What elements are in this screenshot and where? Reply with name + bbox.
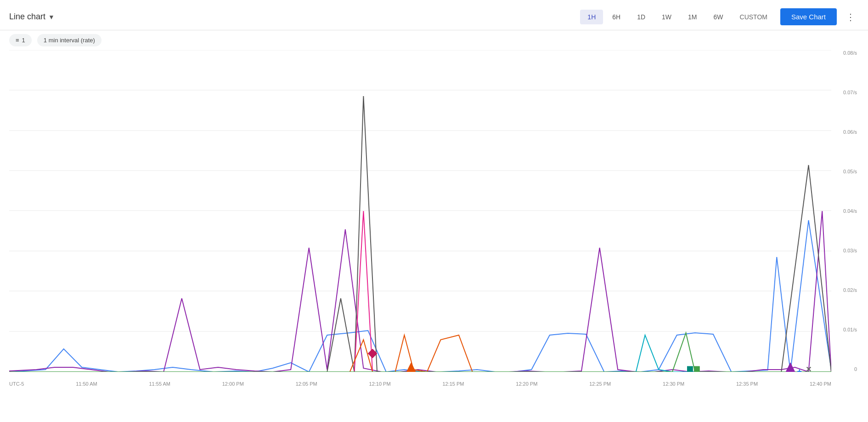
- x-label-1155: 11:55 AM: [149, 381, 170, 387]
- x-label-1200: 12:00 PM: [222, 381, 244, 387]
- x-label-1230: 12:30 PM: [663, 381, 684, 387]
- x-label-1225: 12:25 PM: [589, 381, 611, 387]
- time-btn-1d[interactable]: 1D: [630, 10, 653, 24]
- interval-button[interactable]: 1 min interval (rate): [37, 34, 101, 46]
- save-chart-button[interactable]: Save Chart: [780, 8, 837, 25]
- y-label-001: 0.01/s: [832, 327, 859, 332]
- x-axis: UTC-5 11:50 AM 11:55 AM 12:00 PM 12:05 P…: [9, 378, 831, 395]
- svg-text:+: +: [797, 367, 802, 372]
- y-label-007: 0.07/s: [832, 90, 859, 95]
- chart-svg: + ✕: [9, 50, 831, 372]
- svg-marker-10: [406, 363, 416, 372]
- y-label-008: 0.08/s: [832, 50, 859, 56]
- x-label-1220: 12:20 PM: [516, 381, 537, 387]
- x-label-1205: 12:05 PM: [296, 381, 317, 387]
- filter-count: 1: [22, 37, 25, 44]
- svg-rect-12: [694, 366, 699, 372]
- time-btn-1h[interactable]: 1H: [580, 10, 603, 24]
- time-controls: 1H 6H 1D 1W 1M 6W CUSTOM: [580, 10, 775, 24]
- time-btn-6w[interactable]: 6W: [706, 10, 731, 24]
- time-btn-custom[interactable]: CUSTOM: [733, 10, 775, 24]
- svg-rect-11: [688, 366, 693, 372]
- more-options-button[interactable]: ⋮: [842, 10, 859, 24]
- time-btn-1w[interactable]: 1W: [654, 10, 679, 24]
- chart-container: + ✕ 0 0.01/s 0.02/s 0.03/s 0.04/s 0.05/s…: [9, 50, 859, 395]
- svg-text:✕: ✕: [806, 365, 812, 372]
- y-label-0: 0: [832, 366, 859, 372]
- x-label-1215: 12:15 PM: [442, 381, 464, 387]
- chart-type-selector[interactable]: Line chart ▼: [9, 12, 575, 22]
- y-axis: 0 0.01/s 0.02/s 0.03/s 0.04/s 0.05/s 0.0…: [832, 50, 859, 372]
- filter-button[interactable]: ≡ 1: [9, 34, 32, 46]
- chart-area: + ✕: [9, 50, 831, 372]
- y-label-002: 0.02/s: [832, 287, 859, 293]
- chart-type-label: Line chart: [9, 12, 45, 22]
- x-label-1240: 12:40 PM: [810, 381, 831, 387]
- time-btn-6h[interactable]: 6H: [605, 10, 628, 24]
- x-label-1150: 11:50 AM: [76, 381, 97, 387]
- y-label-004: 0.04/s: [832, 208, 859, 214]
- x-label-utc: UTC-5: [9, 381, 24, 387]
- y-label-005: 0.05/s: [832, 169, 859, 174]
- sub-header: ≡ 1 1 min interval (rate): [0, 30, 868, 50]
- y-label-003: 0.03/s: [832, 248, 859, 253]
- chart-type-dropdown-icon: ▼: [48, 13, 55, 21]
- header: Line chart ▼ 1H 6H 1D 1W 1M 6W CUSTOM Sa…: [0, 0, 868, 30]
- y-label-006: 0.06/s: [832, 129, 859, 135]
- x-label-1210: 12:10 PM: [369, 381, 391, 387]
- x-label-1235: 12:35 PM: [736, 381, 758, 387]
- time-btn-1m[interactable]: 1M: [681, 10, 704, 24]
- filter-icon: ≡: [16, 37, 19, 44]
